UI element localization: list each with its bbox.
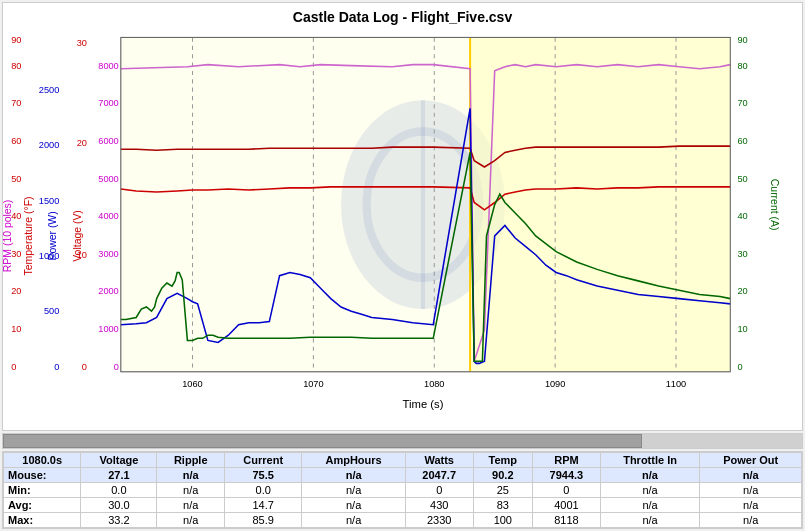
temp-tick-80: 80 [11, 61, 21, 71]
rpm-tick-7000: 7000 [98, 98, 118, 108]
min-ripple: n/a [157, 483, 225, 498]
curr-tick-50: 50 [737, 174, 747, 184]
curr-tick-90: 90 [737, 35, 747, 45]
avg-amphours: n/a [302, 498, 406, 513]
min-watts: 0 [405, 483, 473, 498]
min-label: Min: [4, 483, 81, 498]
avg-rpm: 4001 [533, 498, 601, 513]
min-rpm: 0 [533, 483, 601, 498]
avg-ripple: n/a [157, 498, 225, 513]
max-voltage: 33.2 [81, 513, 157, 528]
volt-tick-20: 20 [77, 138, 87, 148]
rpm-tick-1000: 1000 [98, 324, 118, 334]
mouse-watts: 2047.7 [405, 468, 473, 483]
x-axis-label: Time (s) [403, 398, 444, 410]
x-tick-1060: 1060 [182, 379, 202, 389]
curr-tick-0: 0 [737, 362, 742, 372]
x-tick-1070: 1070 [303, 379, 323, 389]
scrollbar-track[interactable] [3, 434, 802, 448]
mouse-voltage: 27.1 [81, 468, 157, 483]
rpm-tick-0: 0 [114, 362, 119, 372]
avg-current: 14.7 [225, 498, 302, 513]
temp-tick-40: 40 [11, 211, 21, 221]
chart-title: Castle Data Log - Flight_Five.csv [3, 3, 802, 27]
max-current: 85.9 [225, 513, 302, 528]
rpm-tick-3000: 3000 [98, 249, 118, 259]
temp-tick-90: 90 [11, 35, 21, 45]
max-row: Max: 33.2 n/a 85.9 n/a 2330 100 8118 n/a… [4, 513, 802, 528]
temp-tick-0: 0 [11, 362, 16, 372]
chart-svg: RPM (10 poles) Temperature (°F) Power (W… [3, 27, 802, 424]
max-temp: 100 [473, 513, 533, 528]
power-tick-2500: 2500 [39, 85, 59, 95]
max-amphours: n/a [302, 513, 406, 528]
mouse-row: Mouse: 27.1 n/a 75.5 n/a 2047.7 90.2 794… [4, 468, 802, 483]
power-tick-500: 500 [44, 306, 59, 316]
temp-tick-70: 70 [11, 98, 21, 108]
x-tick-1080: 1080 [424, 379, 444, 389]
avg-voltage: 30.0 [81, 498, 157, 513]
col-current: Current [225, 453, 302, 468]
avg-throttle: n/a [600, 498, 700, 513]
x-tick-1090: 1090 [545, 379, 565, 389]
curr-tick-10: 10 [737, 324, 747, 334]
mouse-current: 75.5 [225, 468, 302, 483]
mouse-ripple: n/a [157, 468, 225, 483]
max-rpm: 8118 [533, 513, 601, 528]
max-label: Max: [4, 513, 81, 528]
scrollbar-area[interactable] [2, 433, 803, 449]
avg-row: Avg: 30.0 n/a 14.7 n/a 430 83 4001 n/a n… [4, 498, 802, 513]
scrollbar-thumb[interactable] [3, 434, 642, 448]
chart-area: Castle Data Log - Flight_Five.csv RPM (1… [2, 2, 803, 431]
min-voltage: 0.0 [81, 483, 157, 498]
temp-tick-30: 30 [11, 249, 21, 259]
stats-table: 1080.0s Voltage Ripple Current AmpHours … [3, 452, 802, 528]
min-row: Min: 0.0 n/a 0.0 n/a 0 25 0 n/a n/a [4, 483, 802, 498]
rpm-tick-4000: 4000 [98, 211, 118, 221]
col-watts: Watts [405, 453, 473, 468]
temp-axis-label: Temperature (°F) [23, 196, 34, 275]
curr-tick-40: 40 [737, 211, 747, 221]
volt-tick-0: 0 [82, 362, 87, 372]
col-throttle: Throttle In [600, 453, 700, 468]
mouse-temp: 90.2 [473, 468, 533, 483]
curr-tick-60: 60 [737, 136, 747, 146]
avg-temp: 83 [473, 498, 533, 513]
min-throttle: n/a [600, 483, 700, 498]
min-temp: 25 [473, 483, 533, 498]
avg-label: Avg: [4, 498, 81, 513]
max-powerout: n/a [700, 513, 802, 528]
col-ripple: Ripple [157, 453, 225, 468]
highlight-region [470, 37, 730, 371]
max-ripple: n/a [157, 513, 225, 528]
min-powerout: n/a [700, 483, 802, 498]
power-tick-1500: 1500 [39, 195, 59, 205]
curr-tick-70: 70 [737, 98, 747, 108]
power-tick-1000: 1000 [39, 251, 59, 261]
mouse-amphours: n/a [302, 468, 406, 483]
col-voltage: Voltage [81, 453, 157, 468]
x-tick-1100: 1100 [666, 379, 686, 389]
temp-tick-60: 60 [11, 136, 21, 146]
time-cell: 1080.0s [4, 453, 81, 468]
rpm-tick-8000: 8000 [98, 61, 118, 71]
mouse-powerout: n/a [700, 468, 802, 483]
power-tick-0: 0 [54, 362, 59, 372]
avg-powerout: n/a [700, 498, 802, 513]
volt-tick-10: 10 [77, 250, 87, 260]
rpm-tick-6000: 6000 [98, 136, 118, 146]
mouse-label: Mouse: [4, 468, 81, 483]
power-tick-2000: 2000 [39, 140, 59, 150]
min-amphours: n/a [302, 483, 406, 498]
mouse-rpm: 7944.3 [533, 468, 601, 483]
curr-tick-30: 30 [737, 249, 747, 259]
curr-tick-80: 80 [737, 61, 747, 71]
col-powerout: Power Out [700, 453, 802, 468]
max-throttle: n/a [600, 513, 700, 528]
temp-tick-50: 50 [11, 174, 21, 184]
rpm-tick-5000: 5000 [98, 174, 118, 184]
col-temp: Temp [473, 453, 533, 468]
max-watts: 2330 [405, 513, 473, 528]
temp-tick-10: 10 [11, 324, 21, 334]
chart-body: RPM (10 poles) Temperature (°F) Power (W… [3, 27, 802, 424]
